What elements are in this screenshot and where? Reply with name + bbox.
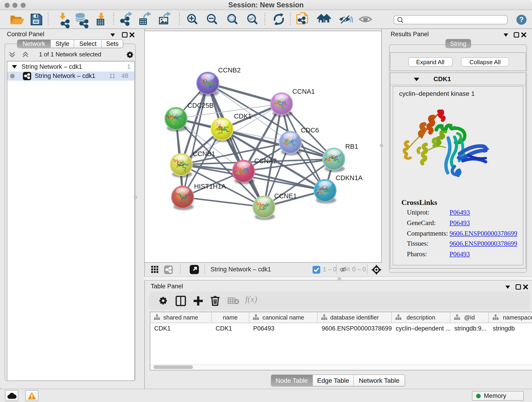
svg-text:CCNA2: CCNA2 <box>254 157 277 164</box>
svg-text:CDK1: CDK1 <box>234 112 252 120</box>
svg-text:CCNB2: CCNB2 <box>218 66 241 74</box>
svg-text:CCNA1: CCNA1 <box>292 88 315 95</box>
svg-text:CDC6: CDC6 <box>301 126 319 134</box>
svg-text:CDKN1A: CDKN1A <box>336 174 363 181</box>
svg-text:CCNB1: CCNB1 <box>193 150 215 157</box>
svg-text:CCNE1: CCNE1 <box>274 192 297 199</box>
svg-text:CDC25B: CDC25B <box>187 102 214 109</box>
svg-text:HIST1H1A: HIST1H1A <box>194 182 226 190</box>
svg-text:RB1: RB1 <box>345 143 358 150</box>
